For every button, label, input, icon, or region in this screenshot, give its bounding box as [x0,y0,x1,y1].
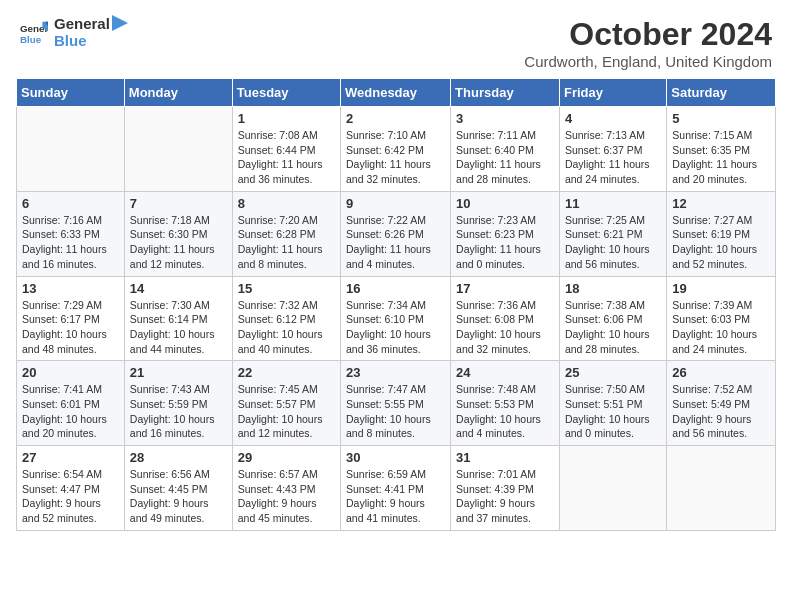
day-info: Sunrise: 7:48 AM Sunset: 5:53 PM Dayligh… [456,382,554,441]
day-info: Sunrise: 7:25 AM Sunset: 6:21 PM Dayligh… [565,213,661,272]
calendar-cell: 6Sunrise: 7:16 AM Sunset: 6:33 PM Daylig… [17,191,125,276]
calendar-cell: 15Sunrise: 7:32 AM Sunset: 6:12 PM Dayli… [232,276,340,361]
col-saturday: Saturday [667,79,776,107]
day-number: 18 [565,281,661,296]
day-info: Sunrise: 7:47 AM Sunset: 5:55 PM Dayligh… [346,382,445,441]
day-info: Sunrise: 7:16 AM Sunset: 6:33 PM Dayligh… [22,213,119,272]
day-number: 14 [130,281,227,296]
day-info: Sunrise: 7:38 AM Sunset: 6:06 PM Dayligh… [565,298,661,357]
day-info: Sunrise: 7:43 AM Sunset: 5:59 PM Dayligh… [130,382,227,441]
calendar-cell: 12Sunrise: 7:27 AM Sunset: 6:19 PM Dayli… [667,191,776,276]
day-info: Sunrise: 7:52 AM Sunset: 5:49 PM Dayligh… [672,382,770,441]
svg-marker-4 [112,15,128,31]
header: General Blue General Blue October 2024 C… [0,0,792,78]
day-info: Sunrise: 7:34 AM Sunset: 6:10 PM Dayligh… [346,298,445,357]
calendar-cell: 13Sunrise: 7:29 AM Sunset: 6:17 PM Dayli… [17,276,125,361]
day-info: Sunrise: 7:41 AM Sunset: 6:01 PM Dayligh… [22,382,119,441]
calendar-cell: 5Sunrise: 7:15 AM Sunset: 6:35 PM Daylig… [667,107,776,192]
day-number: 25 [565,365,661,380]
col-monday: Monday [124,79,232,107]
calendar-week-4: 20Sunrise: 7:41 AM Sunset: 6:01 PM Dayli… [17,361,776,446]
title-block: October 2024 Curdworth, England, United … [524,16,772,70]
calendar-cell [667,446,776,531]
logo-icon: General Blue [20,19,48,47]
day-number: 8 [238,196,335,211]
day-number: 20 [22,365,119,380]
day-info: Sunrise: 7:39 AM Sunset: 6:03 PM Dayligh… [672,298,770,357]
day-info: Sunrise: 7:29 AM Sunset: 6:17 PM Dayligh… [22,298,119,357]
calendar-cell: 7Sunrise: 7:18 AM Sunset: 6:30 PM Daylig… [124,191,232,276]
calendar-cell: 20Sunrise: 7:41 AM Sunset: 6:01 PM Dayli… [17,361,125,446]
calendar-cell: 22Sunrise: 7:45 AM Sunset: 5:57 PM Dayli… [232,361,340,446]
calendar-cell: 10Sunrise: 7:23 AM Sunset: 6:23 PM Dayli… [451,191,560,276]
col-sunday: Sunday [17,79,125,107]
calendar-cell: 25Sunrise: 7:50 AM Sunset: 5:51 PM Dayli… [559,361,666,446]
day-number: 17 [456,281,554,296]
day-info: Sunrise: 6:57 AM Sunset: 4:43 PM Dayligh… [238,467,335,526]
day-number: 26 [672,365,770,380]
day-info: Sunrise: 7:20 AM Sunset: 6:28 PM Dayligh… [238,213,335,272]
day-info: Sunrise: 6:59 AM Sunset: 4:41 PM Dayligh… [346,467,445,526]
logo-general: General [54,16,110,33]
month-title: October 2024 [524,16,772,53]
day-info: Sunrise: 7:27 AM Sunset: 6:19 PM Dayligh… [672,213,770,272]
day-info: Sunrise: 6:54 AM Sunset: 4:47 PM Dayligh… [22,467,119,526]
calendar-cell: 27Sunrise: 6:54 AM Sunset: 4:47 PM Dayli… [17,446,125,531]
day-info: Sunrise: 7:36 AM Sunset: 6:08 PM Dayligh… [456,298,554,357]
day-number: 3 [456,111,554,126]
calendar-week-1: 1Sunrise: 7:08 AM Sunset: 6:44 PM Daylig… [17,107,776,192]
calendar-cell: 8Sunrise: 7:20 AM Sunset: 6:28 PM Daylig… [232,191,340,276]
calendar-cell [17,107,125,192]
logo-blue: Blue [54,33,110,50]
day-number: 15 [238,281,335,296]
day-info: Sunrise: 7:18 AM Sunset: 6:30 PM Dayligh… [130,213,227,272]
calendar-cell: 18Sunrise: 7:38 AM Sunset: 6:06 PM Dayli… [559,276,666,361]
calendar-week-5: 27Sunrise: 6:54 AM Sunset: 4:47 PM Dayli… [17,446,776,531]
col-thursday: Thursday [451,79,560,107]
day-info: Sunrise: 7:30 AM Sunset: 6:14 PM Dayligh… [130,298,227,357]
day-number: 4 [565,111,661,126]
day-number: 12 [672,196,770,211]
day-number: 23 [346,365,445,380]
day-number: 16 [346,281,445,296]
calendar-cell: 23Sunrise: 7:47 AM Sunset: 5:55 PM Dayli… [341,361,451,446]
calendar-cell: 28Sunrise: 6:56 AM Sunset: 4:45 PM Dayli… [124,446,232,531]
calendar-cell: 11Sunrise: 7:25 AM Sunset: 6:21 PM Dayli… [559,191,666,276]
day-number: 5 [672,111,770,126]
day-number: 13 [22,281,119,296]
calendar-cell: 19Sunrise: 7:39 AM Sunset: 6:03 PM Dayli… [667,276,776,361]
calendar-table: Sunday Monday Tuesday Wednesday Thursday… [16,78,776,531]
day-number: 7 [130,196,227,211]
location: Curdworth, England, United Kingdom [524,53,772,70]
day-info: Sunrise: 6:56 AM Sunset: 4:45 PM Dayligh… [130,467,227,526]
calendar-cell: 9Sunrise: 7:22 AM Sunset: 6:26 PM Daylig… [341,191,451,276]
calendar-cell: 3Sunrise: 7:11 AM Sunset: 6:40 PM Daylig… [451,107,560,192]
logo-flag-icon [110,15,130,43]
col-friday: Friday [559,79,666,107]
calendar-cell: 14Sunrise: 7:30 AM Sunset: 6:14 PM Dayli… [124,276,232,361]
calendar-cell: 30Sunrise: 6:59 AM Sunset: 4:41 PM Dayli… [341,446,451,531]
logo: General Blue General Blue [20,16,130,49]
day-number: 2 [346,111,445,126]
day-info: Sunrise: 7:15 AM Sunset: 6:35 PM Dayligh… [672,128,770,187]
col-tuesday: Tuesday [232,79,340,107]
day-info: Sunrise: 7:50 AM Sunset: 5:51 PM Dayligh… [565,382,661,441]
header-row: Sunday Monday Tuesday Wednesday Thursday… [17,79,776,107]
calendar-cell: 29Sunrise: 6:57 AM Sunset: 4:43 PM Dayli… [232,446,340,531]
day-number: 10 [456,196,554,211]
calendar-cell: 31Sunrise: 7:01 AM Sunset: 4:39 PM Dayli… [451,446,560,531]
day-info: Sunrise: 7:32 AM Sunset: 6:12 PM Dayligh… [238,298,335,357]
calendar-cell: 1Sunrise: 7:08 AM Sunset: 6:44 PM Daylig… [232,107,340,192]
day-number: 22 [238,365,335,380]
day-info: Sunrise: 7:11 AM Sunset: 6:40 PM Dayligh… [456,128,554,187]
calendar-cell: 2Sunrise: 7:10 AM Sunset: 6:42 PM Daylig… [341,107,451,192]
day-info: Sunrise: 7:23 AM Sunset: 6:23 PM Dayligh… [456,213,554,272]
day-number: 21 [130,365,227,380]
calendar-cell: 16Sunrise: 7:34 AM Sunset: 6:10 PM Dayli… [341,276,451,361]
day-number: 11 [565,196,661,211]
calendar-week-2: 6Sunrise: 7:16 AM Sunset: 6:33 PM Daylig… [17,191,776,276]
day-number: 28 [130,450,227,465]
day-info: Sunrise: 7:01 AM Sunset: 4:39 PM Dayligh… [456,467,554,526]
day-number: 29 [238,450,335,465]
day-info: Sunrise: 7:10 AM Sunset: 6:42 PM Dayligh… [346,128,445,187]
